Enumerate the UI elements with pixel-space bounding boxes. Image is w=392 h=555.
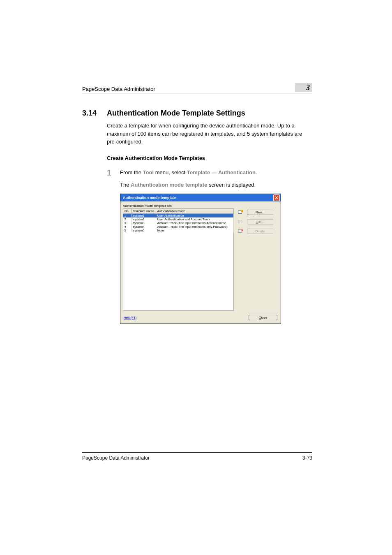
- section-title: Authentication Mode Template Settings: [107, 109, 245, 118]
- dialog-title: Authentication mode template: [123, 196, 176, 200]
- table-row[interactable]: 3 system3 Account Track (The input metho…: [123, 221, 234, 225]
- menu-separator: —: [210, 169, 218, 176]
- new-button[interactable]: New...: [247, 210, 273, 215]
- cell-no: 1: [123, 213, 132, 217]
- cell-mode: User Authentication: [156, 213, 234, 217]
- step-text: From the Tool menu, select Template — Au…: [120, 169, 312, 177]
- cell-no: 3: [123, 221, 132, 225]
- table-row[interactable]: 5 system5 None: [123, 229, 234, 232]
- table-row[interactable]: 4 system4 Account Track (The input metho…: [123, 225, 234, 229]
- screen-name: Authentication mode template: [131, 182, 207, 188]
- cell-no: 5: [123, 229, 132, 232]
- cell-mode: Account Track (The input method is Accou…: [156, 221, 234, 225]
- close-icon: [275, 196, 278, 199]
- col-mode[interactable]: Authentication mode: [156, 208, 234, 213]
- running-header: PageScope Data Administrator 3: [82, 83, 312, 93]
- new-icon: [238, 210, 244, 215]
- authentication-menu-item: Authentication: [218, 169, 256, 176]
- table-header-row: No. Template name Authentication mode: [123, 208, 234, 213]
- step-number: 1: [107, 169, 120, 177]
- cell-name: system3: [131, 221, 156, 225]
- footer-left: PageScope Data Administrator: [82, 455, 150, 461]
- delete-icon: [238, 229, 244, 234]
- step-sub-text: The Authentication mode template screen …: [120, 182, 312, 188]
- cell-no: 4: [123, 225, 132, 229]
- step-text-frag: From the: [120, 169, 143, 176]
- table-row[interactable]: 2 system2 User Authentication and Accoun…: [123, 217, 234, 221]
- cell-name: system5: [131, 229, 156, 232]
- chapter-number-box: 3: [295, 83, 312, 92]
- close-button[interactable]: [273, 194, 280, 201]
- cell-name: system1: [131, 213, 156, 217]
- col-no[interactable]: No.: [123, 208, 132, 213]
- delete-button[interactable]: Delete: [247, 229, 273, 234]
- template-menu-item: Template: [187, 169, 210, 176]
- cell-name: system4: [131, 225, 156, 229]
- page-footer: PageScope Data Administrator 3-73: [82, 452, 312, 461]
- section-number: 3.14: [82, 109, 107, 118]
- running-head-text: PageScope Data Administrator: [82, 86, 155, 92]
- edit-icon: [238, 219, 244, 224]
- template-table[interactable]: No. Template name Authentication mode 1 …: [123, 208, 234, 232]
- cell-name: system2: [131, 217, 156, 221]
- section-heading: 3.14 Authentication Mode Template Settin…: [82, 109, 312, 118]
- cell-mode: None: [156, 229, 234, 232]
- menu-name: Tool: [143, 169, 154, 176]
- step-text-frag: .: [256, 169, 257, 176]
- svg-rect-3: [238, 230, 242, 233]
- step-text-frag: menu, select: [154, 169, 187, 176]
- edit-button[interactable]: Edit...: [247, 219, 273, 224]
- dialog-titlebar: Authentication mode template: [120, 194, 281, 201]
- footer-right: 3-73: [302, 455, 312, 461]
- col-name[interactable]: Template name: [131, 208, 156, 213]
- table-row[interactable]: 1 system1 User Authentication: [123, 213, 234, 217]
- table-empty-area: [123, 232, 234, 311]
- step-sub-frag: screen is displayed.: [207, 182, 256, 188]
- dialog-screenshot: Authentication mode template Authenticat…: [120, 194, 281, 324]
- close-dialog-button[interactable]: Close: [249, 315, 277, 320]
- section-intro: Create a template for when configuring t…: [107, 122, 312, 146]
- step-1: 1 From the Tool menu, select Template — …: [107, 169, 312, 177]
- cell-mode: Account Track (The input method is only …: [156, 225, 234, 229]
- template-list-label: Authentication mode template list:: [123, 204, 234, 208]
- cell-no: 2: [123, 217, 132, 221]
- help-link[interactable]: Help(F1): [124, 316, 136, 319]
- subsection-title: Create Authentication Mode Templates: [107, 155, 312, 161]
- cell-mode: User Authentication and Account Track: [156, 217, 234, 221]
- step-sub-frag: The: [120, 182, 131, 188]
